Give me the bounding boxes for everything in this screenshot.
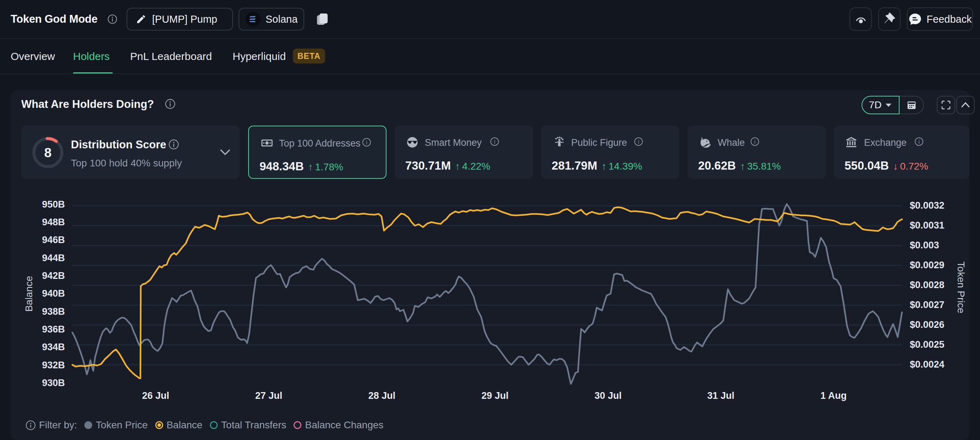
svg-text:8: 8	[44, 145, 52, 160]
